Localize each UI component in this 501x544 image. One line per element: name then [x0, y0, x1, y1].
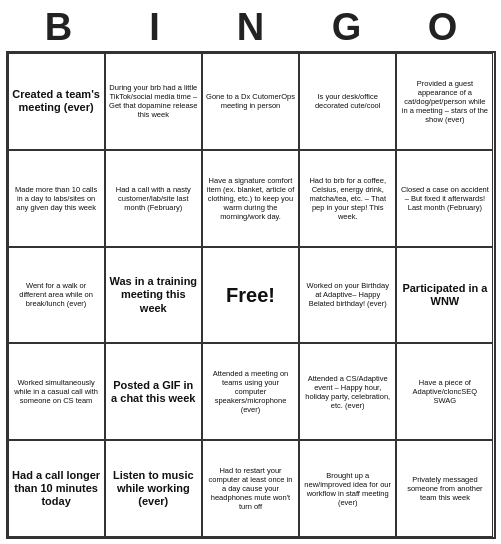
letter-g: G — [303, 6, 391, 49]
bingo-cell-19[interactable]: Have a piece of Adaptive/cloncSEQ SWAG — [396, 343, 493, 440]
bingo-cell-7[interactable]: Have a signature comfort item (ex. blank… — [202, 150, 299, 247]
bingo-cell-15[interactable]: Worked simultaneously while in a casual … — [8, 343, 105, 440]
bingo-cell-24[interactable]: Privately messaged someone from another … — [396, 440, 493, 537]
bingo-cell-0[interactable]: Created a team's meeting (ever) — [8, 53, 105, 150]
bingo-cell-23[interactable]: Brought up a new/improved idea for our w… — [299, 440, 396, 537]
bingo-cell-8[interactable]: Had to brb for a coffee, Celsius, energy… — [299, 150, 396, 247]
bingo-cell-11[interactable]: Was in a training meeting this week — [105, 247, 202, 344]
bingo-cell-3[interactable]: Is your desk/office decorated cute/cool — [299, 53, 396, 150]
bingo-cell-13[interactable]: Worked on your Birthday at Adaptive– Hap… — [299, 247, 396, 344]
bingo-cell-1[interactable]: During your brb had a little TikTok/soci… — [105, 53, 202, 150]
bingo-grid: Created a team's meeting (ever)During yo… — [6, 51, 496, 539]
bingo-header: B I N G O — [11, 0, 491, 51]
bingo-cell-4[interactable]: Provided a guest appearance of a cat/dog… — [396, 53, 493, 150]
bingo-cell-20[interactable]: Had a call longer than 10 minutes today — [8, 440, 105, 537]
bingo-cell-2[interactable]: Gone to a Dx CutomerOps meeting in perso… — [202, 53, 299, 150]
bingo-cell-16[interactable]: Posted a GIF in a chat this week — [105, 343, 202, 440]
bingo-cell-9[interactable]: Closed a case on accident – But fixed it… — [396, 150, 493, 247]
letter-b: B — [15, 6, 103, 49]
bingo-cell-17[interactable]: Attended a meeting on teams using your c… — [202, 343, 299, 440]
bingo-cell-22[interactable]: Had to restart your computer at least on… — [202, 440, 299, 537]
bingo-cell-12[interactable]: Free! — [202, 247, 299, 344]
bingo-cell-6[interactable]: Had a call with a nasty customer/lab/sit… — [105, 150, 202, 247]
letter-i: I — [111, 6, 199, 49]
bingo-cell-18[interactable]: Attended a CS/Adaptive event – Happy hou… — [299, 343, 396, 440]
letter-o: O — [399, 6, 487, 49]
bingo-cell-14[interactable]: Participated in a WNW — [396, 247, 493, 344]
bingo-cell-10[interactable]: Went for a walk or different area while … — [8, 247, 105, 344]
letter-n: N — [207, 6, 295, 49]
bingo-cell-21[interactable]: Listen to music while working (ever) — [105, 440, 202, 537]
bingo-cell-5[interactable]: Made more than 10 calls in a day to labs… — [8, 150, 105, 247]
